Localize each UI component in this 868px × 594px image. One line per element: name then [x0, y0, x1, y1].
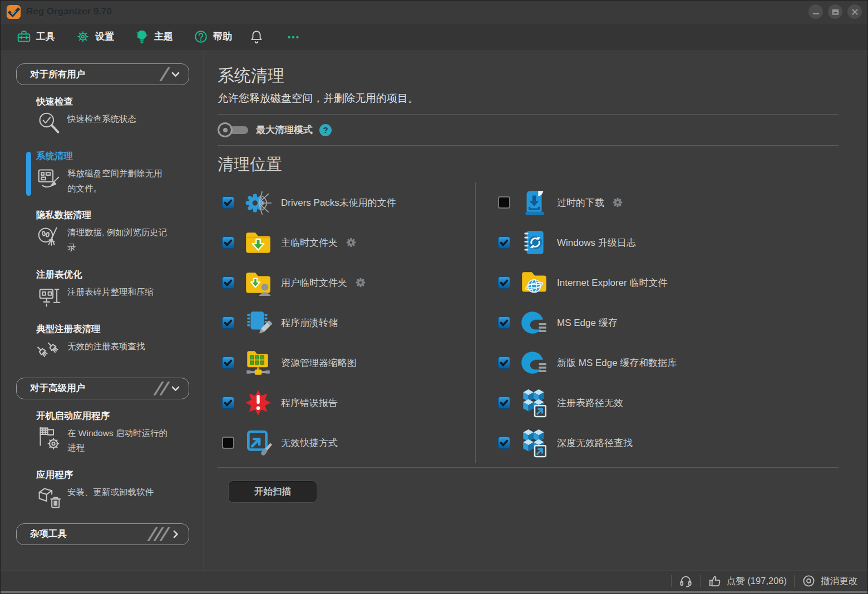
page-title: 系统清理: [218, 65, 839, 87]
bell-icon: [249, 29, 264, 44]
brushes-icon: [36, 338, 62, 364]
checkbox-checked[interactable]: [222, 357, 234, 369]
options-gear-icon[interactable]: [355, 277, 366, 288]
main-panel: 系统清理 允许您释放磁盘空间，并删除无用的项目。 最大清理模式 ? 清理位置 D…: [204, 50, 867, 571]
item-title: 隐私数据清理: [36, 209, 195, 221]
headphones-icon: [679, 574, 693, 588]
checkbox-unchecked[interactable]: [498, 196, 510, 209]
theme-button[interactable]: 主题: [126, 26, 181, 47]
cleanup-item-label: 深度无效路径查找: [557, 437, 633, 449]
cleanup-item-label: Internet Explorer 临时文件: [557, 276, 667, 289]
cleanup-item-row[interactable]: 新版 MS Edge 缓存和数据库: [494, 343, 839, 383]
cleanup-item-row[interactable]: Drivers Packs未使用的文件: [218, 182, 470, 222]
cleanup-item-row[interactable]: MS Edge 缓存: [494, 303, 839, 343]
checkbox-checked[interactable]: [498, 357, 510, 369]
cleanup-column-right: 过时的下载Windows 升级日志Internet Explorer 临时文件M…: [476, 182, 839, 463]
support-button[interactable]: [679, 574, 693, 588]
cleanup-item-row[interactable]: 用户临时文件夹: [218, 263, 470, 303]
item-subtitle: 安装、更新或卸载软件: [67, 484, 154, 500]
checkbox-checked[interactable]: [498, 236, 510, 249]
sidebar-item-quick-check[interactable]: 快速检查 快速检查系统状态: [36, 96, 195, 137]
statusbar: 点赞 (197,206) 撤消更改: [1, 571, 867, 591]
item-title: 系统清理: [36, 150, 195, 162]
sidebar-item-typical-registry-clean[interactable]: 典型注册表清理 无效的注册表项查找: [36, 323, 195, 364]
checkbox-unchecked[interactable]: [222, 437, 234, 449]
item-subtitle: 无效的注册表项查找: [67, 338, 145, 354]
cleanup-item-row[interactable]: 过时的下载: [494, 182, 839, 222]
cleanup-item-row[interactable]: 深度无效路径查找: [494, 423, 839, 463]
close-button[interactable]: [847, 4, 862, 19]
sidebar-item-privacy-cleanup[interactable]: 隐私数据清理 清理数据, 例如浏览历史记录: [36, 209, 195, 255]
section-title: 清理位置: [218, 154, 839, 176]
checkbox-checked[interactable]: [498, 276, 510, 289]
edge-cache-icon: [519, 348, 549, 378]
titlebar: Reg Organizer 9.70: [1, 1, 867, 23]
cleanup-item-row[interactable]: 主临时文件夹: [218, 222, 470, 263]
divider: [218, 145, 839, 146]
item-subtitle: 快速检查系统状态: [67, 111, 136, 127]
cleanup-item-row[interactable]: Internet Explorer 临时文件: [494, 263, 839, 303]
checkbox-checked[interactable]: [498, 316, 510, 329]
separator: [671, 575, 672, 587]
help-circle-icon: [193, 29, 209, 44]
undo-icon: [802, 574, 816, 588]
tools-button[interactable]: 工具: [8, 26, 63, 47]
cleanup-item-label: 资源管理器缩略图: [281, 357, 357, 369]
cleanup-item-label: 过时的下载: [557, 196, 604, 209]
undo-changes-button[interactable]: 撤消更改: [802, 574, 857, 588]
item-title: 典型注册表清理: [36, 323, 195, 335]
cleanup-item-row[interactable]: Windows 升级日志: [494, 222, 839, 263]
cleanup-item-row[interactable]: 资源管理器缩略图: [218, 343, 470, 383]
scroll-download-icon: [519, 187, 549, 217]
checkbox-checked[interactable]: [498, 397, 510, 409]
error-burst-icon: [243, 388, 273, 418]
cleanup-item-row[interactable]: 注册表路径无效: [494, 383, 839, 423]
options-gear-icon[interactable]: [346, 237, 357, 248]
cleanup-item-row[interactable]: 程序错误报告: [218, 383, 470, 423]
group-advanced-users[interactable]: 对于高级用户: [16, 378, 189, 399]
help-button[interactable]: 帮助: [185, 26, 240, 47]
group-misc-tools-label: 杂项工具: [30, 528, 151, 540]
chevron-down-icon: [170, 383, 181, 394]
notifications-bell-button[interactable]: [244, 26, 272, 47]
app-logo-icon: [6, 4, 21, 19]
cleanup-item-label: MS Edge 缓存: [557, 316, 618, 329]
group-all-users-label: 对于所有用户: [30, 68, 164, 81]
sidebar-item-startup-apps[interactable]: 开机启动应用程序 在 Windows 启动时运行的进程: [36, 410, 195, 456]
max-clean-toggle-label: 最大清理模式: [256, 123, 313, 136]
options-gear-icon[interactable]: [612, 197, 623, 208]
cleanup-item-row[interactable]: 无效快捷方式: [218, 423, 470, 463]
group-all-users[interactable]: 对于所有用户: [16, 63, 189, 85]
ellipsis-icon: [285, 29, 301, 44]
sidebar-item-system-cleanup[interactable]: 系统清理 释放磁盘空间并删除无用的文件。: [36, 150, 195, 196]
gear-icon: [75, 29, 91, 44]
cleanup-item-row[interactable]: 程序崩溃转储: [218, 303, 470, 343]
more-button[interactable]: [277, 26, 309, 47]
max-clean-toggle[interactable]: [218, 122, 249, 137]
folder-thumbnails-icon: [243, 348, 273, 378]
minimize-button[interactable]: [808, 4, 823, 19]
cleanup-item-label: Windows 升级日志: [557, 236, 636, 249]
checkbox-checked[interactable]: [222, 397, 234, 409]
edge-cache-icon: [519, 308, 549, 338]
checkbox-checked[interactable]: [222, 236, 234, 249]
group-misc-tools[interactable]: 杂项工具: [16, 523, 189, 545]
thumbs-up-icon: [708, 574, 722, 588]
window-title: Reg Organizer 9.70: [26, 6, 112, 17]
folder-user-icon: [243, 268, 273, 298]
checkbox-checked[interactable]: [222, 196, 234, 209]
cleanup-item-label: 无效快捷方式: [281, 437, 338, 449]
checkbox-checked[interactable]: [222, 316, 234, 329]
checkbox-checked[interactable]: [498, 437, 510, 449]
start-scan-button[interactable]: 开始扫描: [229, 481, 317, 502]
sidebar-item-registry-optimize[interactable]: 注册表优化 注册表碎片整理和压缩: [36, 269, 195, 310]
like-button[interactable]: 点赞 (197,206): [708, 574, 787, 588]
chip-pencil-icon: [243, 308, 273, 338]
help-icon[interactable]: ?: [319, 124, 332, 136]
cleanup-item-label: 注册表路径无效: [557, 397, 623, 409]
checkbox-checked[interactable]: [222, 276, 234, 289]
sidebar-item-applications[interactable]: 应用程序 安装、更新或卸载软件: [36, 469, 195, 510]
maximize-button[interactable]: [828, 4, 842, 19]
settings-button[interactable]: 设置: [67, 26, 122, 47]
item-title: 注册表优化: [36, 269, 195, 281]
